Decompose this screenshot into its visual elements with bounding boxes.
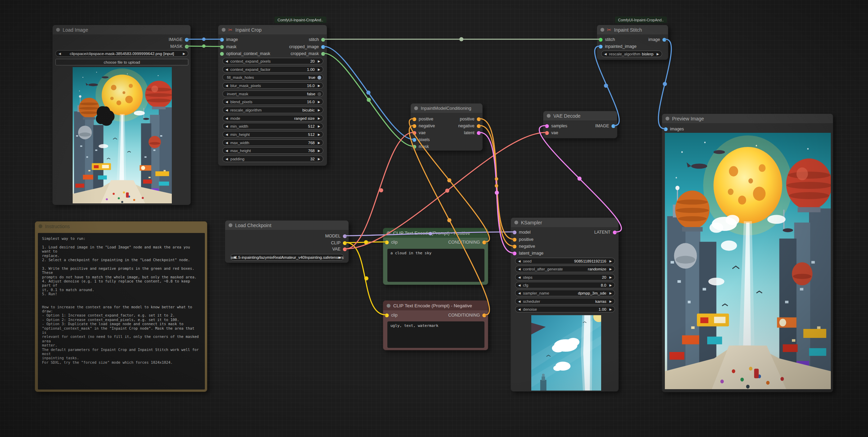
- previous-arrow-icon[interactable]: [518, 267, 521, 271]
- vae-port-icon[interactable]: [343, 247, 347, 251]
- decrement-arrow-icon[interactable]: [518, 283, 521, 288]
- mask-port-icon[interactable]: [220, 45, 224, 49]
- decrement-arrow-icon[interactable]: [226, 149, 228, 153]
- input-vae[interactable]: vae: [545, 129, 558, 136]
- vae-port-icon[interactable]: [412, 131, 416, 135]
- collapse-dot-icon[interactable]: [229, 223, 232, 227]
- prompt-textarea[interactable]: ugly, text, watermark: [387, 321, 484, 348]
- conditioning-port-icon[interactable]: [412, 124, 416, 128]
- vae-port-icon[interactable]: [545, 131, 549, 135]
- widget-invert-mask[interactable]: invert_maskfalse: [222, 90, 323, 97]
- previous-arrow-icon[interactable]: [604, 52, 607, 56]
- widget-min-width[interactable]: min_width512: [222, 123, 323, 129]
- image-port-icon[interactable]: [599, 45, 603, 49]
- image-port-icon[interactable]: [412, 138, 416, 142]
- input-positive[interactable]: positive: [412, 116, 433, 122]
- input-samples[interactable]: samples: [545, 122, 567, 129]
- widget-cfg[interactable]: cfg8.0: [515, 282, 615, 288]
- latent-port-icon[interactable]: [513, 252, 516, 255]
- node-header[interactable]: CLIP Text Encode (Prompt) - Positive: [383, 228, 488, 238]
- collapse-dot-icon[interactable]: [547, 114, 551, 118]
- widget-context-expand-factor[interactable]: context_expand_factor1.00: [222, 66, 323, 73]
- increment-arrow-icon[interactable]: [609, 307, 612, 312]
- image-port-icon[interactable]: [220, 38, 224, 42]
- increment-arrow-icon[interactable]: [318, 59, 320, 64]
- node-header[interactable]: ✂ Inpaint Stitch: [597, 25, 668, 34]
- conditioning-port-icon[interactable]: [482, 241, 486, 244]
- node-header[interactable]: ✂ Inpaint Crop: [218, 25, 327, 34]
- node-preview-image[interactable]: Preview Image images: [662, 114, 833, 392]
- collapse-dot-icon[interactable]: [514, 221, 518, 224]
- output-model[interactable]: MODEL: [325, 233, 347, 239]
- node-header[interactable]: Load Image: [53, 25, 190, 34]
- mask-port-icon[interactable]: [321, 52, 325, 56]
- decrement-arrow-icon[interactable]: [518, 307, 521, 312]
- decrement-arrow-icon[interactable]: [226, 132, 228, 137]
- widget-min-height[interactable]: min_height512: [222, 131, 323, 138]
- input-clip[interactable]: clip: [385, 312, 398, 319]
- decrement-arrow-icon[interactable]: [226, 84, 228, 88]
- previous-arrow-icon[interactable]: [518, 299, 521, 304]
- input-optional-context-mask[interactable]: optional_context_mask: [220, 50, 270, 57]
- mask-port-icon[interactable]: [412, 145, 416, 149]
- mask-port-icon[interactable]: [185, 45, 189, 49]
- node-header[interactable]: VAE Decode: [543, 111, 617, 120]
- previous-arrow-icon[interactable]: [226, 116, 228, 121]
- widget-sampler-name[interactable]: sampler_namedpmpp_3m_sde: [515, 290, 615, 296]
- input-vae[interactable]: vae: [412, 129, 426, 136]
- next-arrow-icon[interactable]: [609, 267, 612, 271]
- input-clip[interactable]: clip: [385, 239, 398, 246]
- image-port-icon[interactable]: [185, 38, 189, 42]
- input-image[interactable]: image: [220, 36, 238, 43]
- toggle-on-icon[interactable]: [317, 76, 321, 79]
- output-image[interactable]: IMAGE: [595, 122, 615, 129]
- image-port-icon[interactable]: [662, 38, 666, 42]
- conditioning-port-icon[interactable]: [482, 313, 486, 317]
- previous-arrow-icon[interactable]: [59, 52, 61, 56]
- clip-port-icon[interactable]: [385, 241, 389, 244]
- widget-steps[interactable]: steps20: [515, 274, 615, 280]
- input-mask[interactable]: mask: [220, 43, 237, 50]
- image-port-icon[interactable]: [321, 45, 325, 49]
- output-image[interactable]: IMAGE: [169, 36, 189, 43]
- input-negative[interactable]: negative: [412, 122, 435, 129]
- model-port-icon[interactable]: [343, 234, 347, 238]
- next-arrow-icon[interactable]: [657, 52, 659, 56]
- next-arrow-icon[interactable]: [338, 255, 341, 260]
- image-file-combo[interactable]: clipspace/clipspace-mask-3854583.0999999…: [55, 50, 188, 57]
- output-clip[interactable]: CLIP: [331, 239, 347, 246]
- widget-fill-mask-holes[interactable]: fill_mask_holestrue: [222, 74, 323, 81]
- increment-arrow-icon[interactable]: [318, 84, 320, 88]
- output-vae[interactable]: VAE: [332, 246, 347, 253]
- increment-arrow-icon[interactable]: [318, 149, 320, 153]
- widget-blend-pixels[interactable]: blend_pixels16.0: [222, 98, 323, 105]
- collapse-dot-icon[interactable]: [39, 224, 42, 228]
- next-arrow-icon[interactable]: [318, 116, 320, 121]
- output-mask[interactable]: MASK: [170, 43, 189, 50]
- output-latent[interactable]: latent: [464, 129, 481, 136]
- input-images[interactable]: images: [664, 126, 684, 132]
- widget-seed[interactable]: seed908511891192116: [515, 258, 615, 264]
- collapse-dot-icon[interactable]: [56, 28, 60, 32]
- increment-arrow-icon[interactable]: [318, 67, 320, 72]
- choose-file-button[interactable]: choose file to upload: [55, 59, 188, 65]
- increment-arrow-icon[interactable]: [318, 100, 320, 104]
- increment-arrow-icon[interactable]: [609, 283, 612, 288]
- ckpt-name-combo[interactable]: sd1.5-inpainting/lazymixRealAmateur_v40I…: [230, 254, 344, 260]
- input-stitch[interactable]: stitch: [599, 36, 615, 43]
- increment-arrow-icon[interactable]: [318, 124, 320, 129]
- node-header[interactable]: KSampler: [511, 218, 618, 227]
- latent-port-icon[interactable]: [545, 124, 549, 128]
- conditioning-port-icon[interactable]: [412, 117, 416, 121]
- output-negative[interactable]: negative: [458, 122, 481, 129]
- latent-port-icon[interactable]: [477, 131, 481, 135]
- clip-port-icon[interactable]: [385, 313, 389, 317]
- node-header[interactable]: CLIP Text Encode (Prompt) - Negative: [383, 301, 488, 310]
- output-cropped-mask[interactable]: cropped_mask: [291, 50, 325, 57]
- node-header[interactable]: Instructions: [35, 222, 207, 231]
- node-header[interactable]: Load Checkpoint: [225, 221, 348, 230]
- prompt-textarea[interactable]: a cloud in the sky: [387, 249, 484, 282]
- node-load-checkpoint[interactable]: Load Checkpoint MODEL CLIP VAE sd1.5-inp…: [225, 220, 349, 263]
- input-latent-image[interactable]: latent_image: [513, 250, 544, 257]
- widget-blur-mask-pixels[interactable]: blur_mask_pixels16.0: [222, 82, 323, 89]
